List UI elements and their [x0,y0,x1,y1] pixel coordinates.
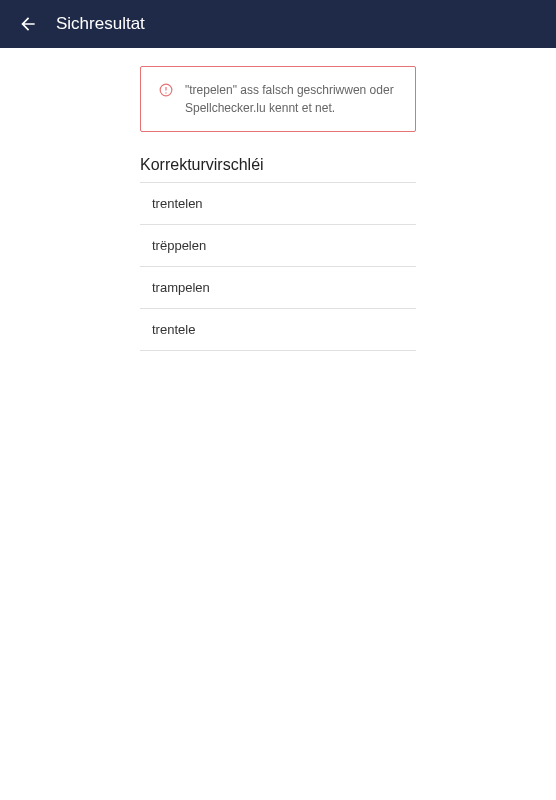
alert-message: "trepelen" ass falsch geschriwwen oder S… [185,81,397,117]
content-area: "trepelen" ass falsch geschriwwen oder S… [0,48,556,367]
top-bar: Sichresultat [0,0,556,48]
suggestion-item[interactable]: trampelen [140,267,416,309]
suggestion-item[interactable]: trentele [140,309,416,351]
suggestions-heading: Korrekturvirschléi [140,156,416,174]
back-button[interactable] [16,12,40,36]
svg-point-2 [165,92,166,93]
suggestions-section: Korrekturvirschléi trentelen trëppelen t… [140,156,416,351]
suggestion-item[interactable]: trentelen [140,183,416,225]
suggestion-list: trentelen trëppelen trampelen trentele [140,182,416,351]
arrow-left-icon [18,14,38,34]
suggestion-item[interactable]: trëppelen [140,225,416,267]
page-title: Sichresultat [56,14,145,34]
error-alert: "trepelen" ass falsch geschriwwen oder S… [140,66,416,132]
alert-icon [159,83,173,97]
